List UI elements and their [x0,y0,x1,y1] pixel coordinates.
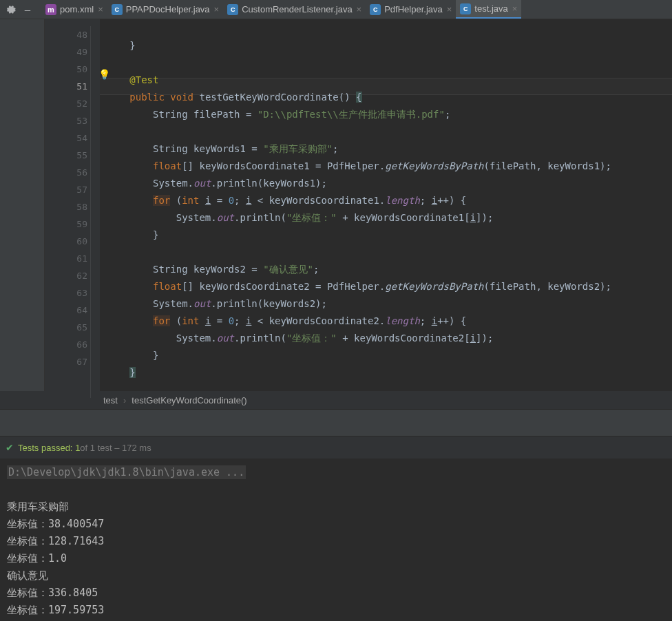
maven-icon: m [45,4,56,15]
console-line: 坐标值：1.0 [7,550,665,567]
code-line: public void testGetKeyWordCoordinate() { [100,89,672,106]
fold-column[interactable] [90,26,100,398]
code-line: System.out.println(keyWords1); [100,175,672,192]
editor-area: 48 49 50 51 52 53 54 55 56 57 58 59 60 6… [0,19,672,391]
code-line [100,54,672,72]
console-line: 确认意见 [7,567,665,585]
code-editor[interactable]: 💡 } @Test public void testGetKeyWordCoor… [100,19,672,391]
code-line: } [100,227,672,244]
java-class-icon: C [112,4,123,15]
tests-summary: of 1 test – 172 ms [80,443,151,453]
code-line: for (int i = 0; i < keyWordsCoordinate2.… [100,313,672,330]
tab-label: PdfHelper.java [384,4,443,14]
tab-label: pom.xml [60,4,94,14]
close-icon[interactable]: × [447,4,452,14]
close-icon[interactable]: × [98,4,103,14]
code-line: } [100,347,672,364]
console-line: 坐标值：336.8405 [7,585,665,602]
close-icon[interactable]: × [214,4,220,14]
console-line: 坐标值：38.400547 [7,516,665,533]
tab-test[interactable]: Ctest.java× [456,0,521,19]
breadcrumb-class[interactable]: test [103,395,118,406]
close-icon[interactable]: × [357,4,362,14]
java-class-icon: C [460,3,471,14]
code-line: @Test [100,72,672,89]
tab-pom[interactable]: mpom.xml× [41,0,107,19]
code-line [100,244,672,261]
tab-pdfhelper[interactable]: CPdfHelper.java× [366,0,456,19]
code-line: float[] keyWordsCoordinate1 = PdfHelper.… [100,158,672,175]
test-result-bar: ✔ Tests passed: 1 of 1 test – 172 ms [0,436,672,459]
code-line: String keyWords2 = "确认意见"; [100,261,672,278]
console-line: 坐标值：128.71643 [7,533,665,550]
code-line: System.out.println("坐标值：" + keyWordsCoor… [100,209,672,227]
console-line: 乘用车采购部 [7,498,665,516]
console-exe: D:\Develop\jdk\jdk1.8\bin\java.exe ... [7,465,246,479]
console-line: 坐标值：197.59753 [7,602,665,619]
code-line [100,123,672,140]
tool-window-divider[interactable] [0,409,672,436]
code-line: } [100,37,672,54]
code-line: float[] keyWordsCoordinate2 = PdfHelper.… [100,278,672,295]
chevron-right-icon: › [123,395,126,406]
close-icon[interactable]: × [512,3,518,14]
minimize-icon[interactable]: — [19,1,36,18]
gear-icon[interactable] [3,1,19,18]
code-line: } [100,364,672,381]
breadcrumb[interactable]: test › testGetKeyWordCoordinate() [0,391,672,409]
java-class-icon: C [227,4,238,15]
tab-label: CustomRenderListener.java [242,4,352,14]
console-line [7,481,665,498]
code-line: String filePath = "D:\\pdfTest\\生产件批准申请书… [100,106,672,123]
code-line: String keyWords1 = "乘用车采购部"; [100,140,672,158]
code-line: System.out.println("坐标值：" + keyWordsCoor… [100,330,672,347]
code-line: for (int i = 0; i < keyWordsCoordinate1.… [100,192,672,209]
breadcrumb-method[interactable]: testGetKeyWordCoordinate() [132,395,246,406]
tab-custom[interactable]: CCustomRenderListener.java× [223,0,366,19]
console-output[interactable]: D:\Develop\jdk\jdk1.8\bin\java.exe ... 乘… [0,459,672,621]
java-class-icon: C [370,4,381,15]
line-gutter[interactable]: 48 49 50 51 52 53 54 55 56 57 58 59 60 6… [45,19,100,391]
tab-ppap[interactable]: CPPAPDocHelper.java× [107,0,223,19]
tests-passed-label: Tests passed: 1 [18,443,80,453]
left-panel [0,19,45,391]
toolbar: — mpom.xml× CPPAPDocHelper.java× CCustom… [0,0,672,19]
code-line: System.out.println(keyWords2); [100,295,672,313]
tab-label: PPAPDocHelper.java [126,4,210,14]
tab-bar: mpom.xml× CPPAPDocHelper.java× CCustomRe… [41,0,669,19]
tab-label: test.java [474,3,507,14]
check-icon: ✔ [6,442,14,453]
